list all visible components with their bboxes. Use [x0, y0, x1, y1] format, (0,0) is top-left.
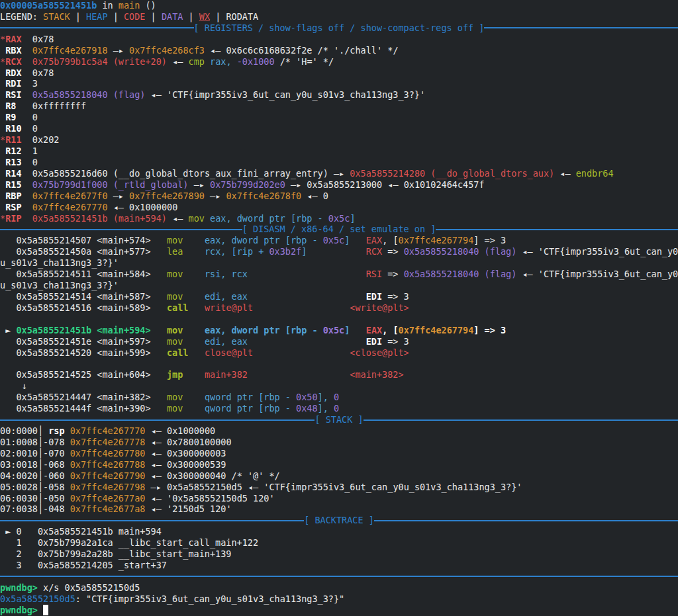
legend-line: LEGEND: STACK | HEAP | CODE | DATA | WX …	[0, 11, 678, 22]
backtrace-separator: [ BACKTRACE ]	[0, 515, 678, 526]
disasm-main-589: 0x5a5855214516 <main+589> call write@plt…	[0, 302, 678, 314]
disasm-main-382: 0x5a5855214447 <main+382> mov qword ptr …	[0, 392, 678, 403]
reg-r12: R12 1	[0, 146, 678, 157]
stack-row-05: 05:0028│-058 0x7ffc4e267798 —▸ 0x5a58552…	[0, 482, 678, 493]
section-title: [ DISASM / x86-64 / set emulate on ]	[242, 224, 436, 235]
arrow-right-icon: —▸	[108, 45, 130, 56]
arrow-right-icon: —▸	[285, 179, 307, 190]
stack-row-00: 00:0000│ rsp 0x7ffc4e267770 ◂— 0x1000000	[0, 425, 678, 437]
disasm-main-587: 0x5a5855214514 <main+587> mov edi, eax E…	[0, 291, 678, 302]
arrow-left-icon: ◂—	[167, 56, 189, 67]
separator-line	[0, 419, 315, 421]
arrow-left-icon: ◂—	[382, 179, 404, 190]
arrow-left-icon: ◂—	[145, 448, 167, 459]
reg-r8: R8 0xffffffff	[0, 101, 678, 112]
disasm-jump-arrow: ↓	[0, 380, 678, 392]
status-line: 0x00005a585521451b in main ()	[0, 0, 678, 11]
reg-rsp: RSP 0x7ffc4e267770 ◂— 0x1000000	[0, 202, 678, 213]
arrow-right-icon: —▸	[328, 168, 350, 179]
reg-rsi: RSI 0x5a5855218040 (flag) ◂— 'CTF{impr35…	[0, 89, 678, 101]
reg-rbp: RBP 0x7ffc4e2677f0 —▸ 0x7ffc4e267890 —▸ …	[0, 191, 678, 202]
current-frame-marker-icon: ►	[0, 526, 16, 537]
section-title: [ REGISTERS / show-flags off / show-comp…	[194, 22, 485, 34]
separator-line	[0, 576, 678, 577]
arrow-left-icon: ◂—	[301, 191, 323, 201]
cmd-history-line: pwndbg> x/s 0x5a58552150d5	[0, 582, 678, 594]
stack-row-03: 03:0018│-068 0x7ffc4e267788 ◂— 0x3000005…	[0, 459, 678, 470]
arrow-right-icon: —▸	[108, 191, 130, 201]
arrow-right-icon: —▸	[205, 191, 226, 201]
reg-r15: R15 0x75b799d1f000 (_rtld_global) —▸ 0x7…	[0, 179, 678, 191]
arrow-left-icon: ◂—	[145, 437, 167, 447]
section-title: [ STACK ]	[315, 414, 363, 425]
reg-r9: R9 0	[0, 112, 678, 123]
stack-row-04: 04:0020│-060 0x7ffc4e267790 ◂— 0x3000000…	[0, 470, 678, 482]
disasm-main-577: 0x5a585521450a <main+577> lea rcx, [rip …	[0, 246, 678, 257]
separator-line	[363, 419, 678, 421]
separator-line	[484, 27, 678, 28]
disasm-main-390: 0x5a585521444f <main+390> mov qword ptr …	[0, 403, 678, 414]
separator-line	[436, 229, 678, 230]
disasm-main-574: 0x5a5855214507 <main+574> mov eax, dword…	[0, 235, 678, 246]
disasm-separator: [ DISASM / x86-64 / set emulate on ]	[0, 224, 678, 235]
cursor	[43, 605, 48, 615]
stack-row-02: 02:0010│-070 0x7ffc4e267780 ◂— 0x3000000…	[0, 448, 678, 459]
disasm-main-584: 0x5a5855214511 <main+584> mov rsi, rcx R…	[0, 269, 678, 280]
bt-frame-0: ► 0 0x5a585521451b main+594	[0, 526, 678, 537]
disasm-wrap-2: u_s01v3_cha113ng3_3?}'	[0, 280, 678, 291]
arrow-left-icon: ◂—	[145, 470, 167, 481]
arrow-left-icon: ◂—	[205, 45, 226, 56]
reg-r14: R14 0x5a5855216d60 (__do_global_dtors_au…	[0, 168, 678, 179]
reg-r13: R13 0	[0, 157, 678, 168]
arrow-right-icon: —▸	[145, 482, 167, 492]
disasm-wrap-1: u_s01v3_cha113ng3_3?}'	[0, 257, 678, 269]
reg-rcx: *RCX 0x75b799b1c5a4 (write+20) ◂— cmp ra…	[0, 56, 678, 67]
reg-rip: *RIP 0x5a585521451b (main+594) ◂— mov ea…	[0, 213, 678, 224]
arrow-left-icon: ◂—	[145, 89, 167, 100]
reg-r10: R10 0	[0, 123, 678, 134]
separator-line	[374, 520, 678, 521]
arrow-left-icon: ◂—	[167, 213, 189, 224]
arrow-left-icon: ◂—	[145, 459, 167, 470]
reg-r11: *R11 0x202	[0, 134, 678, 146]
disasm-main-604: 0x5a5855214525 <main+604> jmp main+382 <…	[0, 369, 678, 380]
stack-row-01: 01:0008│-078 0x7ffc4e267778 ◂— 0x7800100…	[0, 437, 678, 448]
stack-separator: [ STACK ]	[0, 414, 678, 425]
terminal[interactable]: 0x00005a585521451b in main ()LEGEND: STA…	[0, 0, 678, 616]
disasm-main-597: 0x5a585521451e <main+597> mov edi, eax E…	[0, 336, 678, 347]
prompt-line[interactable]: pwndbg>	[0, 605, 678, 616]
disasm-main-599: 0x5a5855214520 <main+599> call close@plt…	[0, 347, 678, 359]
arrow-left-icon: ◂—	[242, 482, 264, 492]
arrow-left-icon: ◂—	[145, 504, 167, 514]
disasm-spacer-1	[0, 314, 678, 325]
stack-row-07: 07:0038│-048 0x7ffc4e2677a8 ◂— '2150d5 1…	[0, 504, 678, 515]
bt-frame-3: 3 0x5a5855214205 _start+37	[0, 560, 678, 571]
arrow-left-icon: ◂—	[108, 202, 130, 212]
bt-frame-1: 1 0x75b799a2a1ca __libc_start_call_main+…	[0, 537, 678, 549]
context-bottom-separator	[0, 571, 678, 582]
arrow-left-icon: ◂—	[146, 425, 168, 436]
current-line-marker-icon: ►	[0, 325, 16, 335]
arrow-right-icon: —▸	[189, 179, 211, 190]
cmd-output-line: 0x5a58552150d5: "CTF{impr355iv3_6ut_can_…	[0, 594, 678, 605]
reg-rbx: RBX 0x7ffc4e267918 —▸ 0x7ffc4e268cf3 ◂— …	[0, 45, 678, 56]
arrow-left-icon: ◂—	[516, 269, 538, 279]
disasm-spacer-2	[0, 359, 678, 370]
reg-rdi: RDI 3	[0, 78, 678, 89]
reg-rdx: RDX 0x78	[0, 67, 678, 79]
registers-separator: [ REGISTERS / show-flags off / show-comp…	[0, 22, 678, 34]
section-title: [ BACKTRACE ]	[304, 515, 374, 526]
arrow-left-icon: ◂—	[554, 168, 576, 179]
jump-arrow-icon: ↓	[0, 380, 27, 391]
disasm-main-594-current: ► 0x5a585521451b <main+594> mov eax, dwo…	[0, 325, 678, 336]
bt-frame-2: 2 0x75b799a2a28b __libc_start_main+139	[0, 549, 678, 560]
arrow-left-icon: ◂—	[145, 493, 167, 504]
separator-line	[0, 27, 194, 28]
reg-rax: *RAX 0x78	[0, 34, 678, 45]
stack-row-06: 06:0030│-050 0x7ffc4e2677a0 ◂— '0x5a5855…	[0, 493, 678, 504]
separator-line	[0, 229, 242, 230]
arrow-left-icon: ◂—	[516, 246, 538, 257]
separator-line	[0, 520, 304, 521]
